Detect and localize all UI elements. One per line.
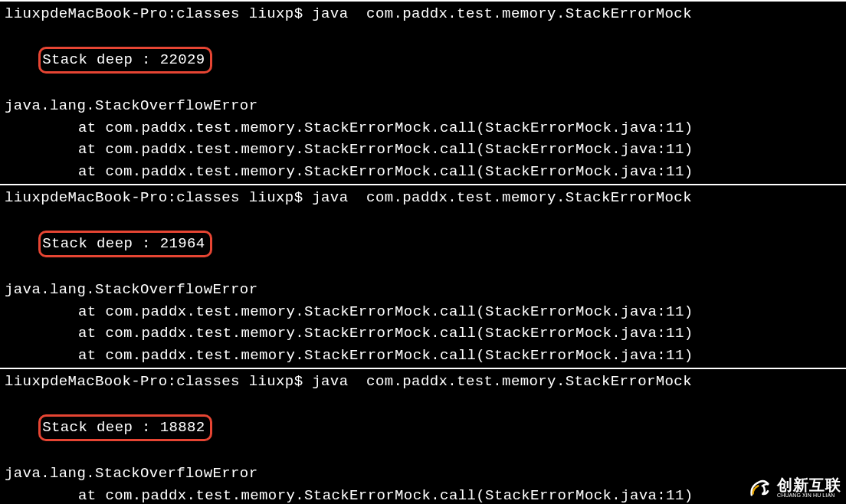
error-line: java.lang.StackOverflowError bbox=[5, 463, 841, 485]
terminal-run-1: liuxpdeMacBook-Pro:classes liuxp$ java c… bbox=[0, 0, 846, 184]
stacktrace-line: at com.paddx.test.memory.StackErrorMock.… bbox=[5, 345, 841, 367]
stacktrace-line: at com.paddx.test.memory.StackErrorMock.… bbox=[5, 301, 841, 323]
error-line: java.lang.StackOverflowError bbox=[5, 95, 841, 117]
stack-deep-line: Stack deep : 21964 bbox=[5, 209, 841, 280]
watermark-logo-icon bbox=[746, 474, 772, 500]
terminal-run-2: liuxpdeMacBook-Pro:classes liuxp$ java c… bbox=[0, 184, 846, 368]
stacktrace-line: at com.paddx.test.memory.StackErrorMock.… bbox=[5, 322, 841, 345]
stack-deep-line: Stack deep : 18882 bbox=[5, 393, 841, 463]
stacktrace-line: at com.paddx.test.memory.StackErrorMock.… bbox=[5, 485, 841, 505]
stack-deep-line: Stack deep : 22029 bbox=[5, 25, 841, 96]
highlight-stack-deep: Stack deep : 21964 bbox=[38, 231, 212, 257]
stacktrace-line: at com.paddx.test.memory.StackErrorMock.… bbox=[5, 139, 841, 161]
highlight-stack-deep: Stack deep : 22029 bbox=[38, 47, 212, 74]
terminal-run-3: liuxpdeMacBook-Pro:classes liuxp$ java c… bbox=[0, 368, 846, 504]
error-line: java.lang.StackOverflowError bbox=[5, 279, 841, 301]
command-prompt-line: liuxpdeMacBook-Pro:classes liuxp$ java c… bbox=[5, 3, 841, 25]
highlight-stack-deep: Stack deep : 18882 bbox=[38, 414, 212, 441]
stacktrace-line: at com.paddx.test.memory.StackErrorMock.… bbox=[5, 117, 841, 139]
command-prompt-line: liuxpdeMacBook-Pro:classes liuxp$ java c… bbox=[5, 371, 841, 393]
stacktrace-line: at com.paddx.test.memory.StackErrorMock.… bbox=[5, 161, 841, 183]
command-prompt-line: liuxpdeMacBook-Pro:classes liuxp$ java c… bbox=[5, 187, 841, 209]
watermark-text: 创新互联 CHUANG XIN HU LIAN bbox=[777, 477, 841, 498]
watermark-cn: 创新互联 bbox=[777, 477, 841, 493]
watermark-en: CHUANG XIN HU LIAN bbox=[777, 493, 841, 498]
watermark: 创新互联 CHUANG XIN HU LIAN bbox=[746, 474, 841, 500]
